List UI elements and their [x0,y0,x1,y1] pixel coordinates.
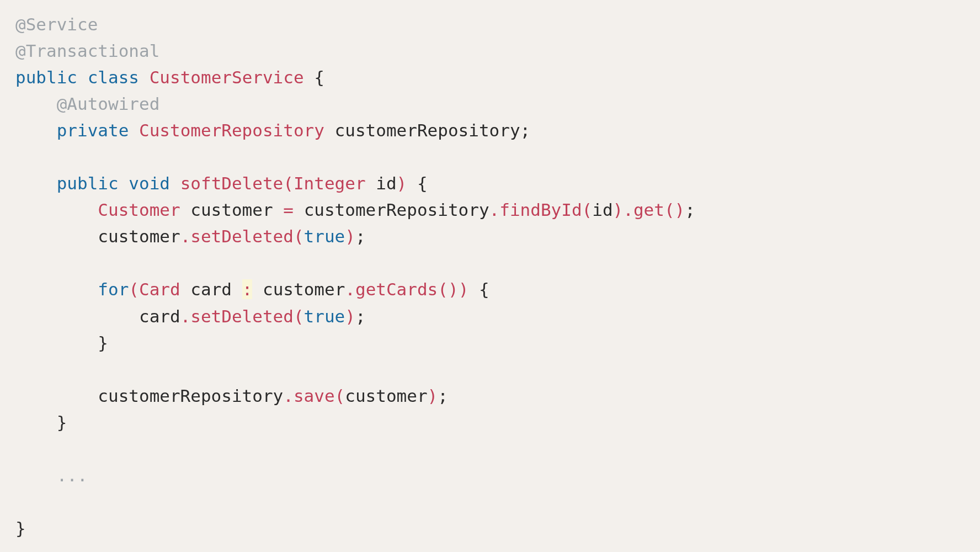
method-getcards: getCards [355,279,438,299]
brace-open: { [314,67,324,87]
dot: . [180,226,191,246]
method-get: get [633,200,664,220]
obj-customerrepository: customerRepository [98,386,283,406]
paren-open: ( [664,200,675,220]
var-customer: customer [190,200,273,220]
paren-open: ( [582,200,593,220]
method-save: save [294,386,335,406]
type-customerservice: CustomerService [150,67,304,87]
dot: . [489,200,500,220]
type-card: Card [139,279,180,299]
method-setdeleted: setDeleted [190,226,294,246]
keyword-class: class [88,67,139,87]
brace-close: } [15,518,26,538]
code-block: @Service @Transactional public class Cus… [15,11,965,542]
method-setdeleted: setDeleted [190,306,294,326]
keyword-public: public [57,173,119,193]
ellipsis: ... [57,465,88,485]
brace-close: } [98,333,108,353]
keyword-for: for [98,279,129,299]
brace-open: { [417,173,428,193]
keyword-true: true [304,226,345,246]
operator-equals: = [283,200,294,220]
paren-close: ) [345,306,355,326]
keyword-void: void [129,173,170,193]
keyword-public: public [15,67,77,87]
dot: . [180,306,191,326]
paren-open: ( [335,386,345,406]
dot: . [623,200,633,220]
paren-close: ) [448,279,459,299]
brace-close: } [57,412,67,432]
method-findbyid: findById [499,200,582,220]
paren-open: ( [294,306,304,326]
type-integer: Integer [294,173,366,193]
paren-open: ( [129,279,139,299]
foreach-colon: : [242,279,253,299]
obj-customerrepository: customerRepository [304,200,489,220]
keyword-true: true [304,306,345,326]
code-container: @Service @Transactional public class Cus… [0,0,980,552]
annotation-transactional: @Transactional [15,41,159,61]
arg-customer: customer [345,386,427,406]
method-softdelete: softDelete [180,173,284,193]
param-id: id [376,173,396,193]
field-customerrepository: customerRepository [335,120,520,140]
dot: . [345,279,355,299]
obj-customer: customer [263,279,345,299]
type-customerrepository: CustomerRepository [139,120,324,140]
paren-close: ) [345,226,355,246]
obj-customer: customer [98,226,180,246]
brace-open: { [479,279,489,299]
obj-card: card [139,306,180,326]
semicolon: ; [355,306,366,326]
annotation-service: @Service [15,14,98,34]
paren-close: ) [613,200,624,220]
paren-close: ) [675,200,685,220]
paren-open: ( [438,279,448,299]
paren-close: ) [459,279,469,299]
semicolon: ; [438,386,448,406]
keyword-private: private [57,120,129,140]
type-customer: Customer [98,200,180,220]
annotation-autowired: @Autowired [57,94,160,114]
paren-close: ) [428,386,438,406]
semicolon: ; [355,226,366,246]
arg-id: id [592,200,612,220]
semicolon: ; [520,120,531,140]
paren-close: ) [397,173,407,193]
semicolon: ; [685,200,695,220]
paren-open: ( [294,226,304,246]
var-card: card [190,279,232,299]
paren-open: ( [283,173,294,193]
dot: . [283,386,294,406]
